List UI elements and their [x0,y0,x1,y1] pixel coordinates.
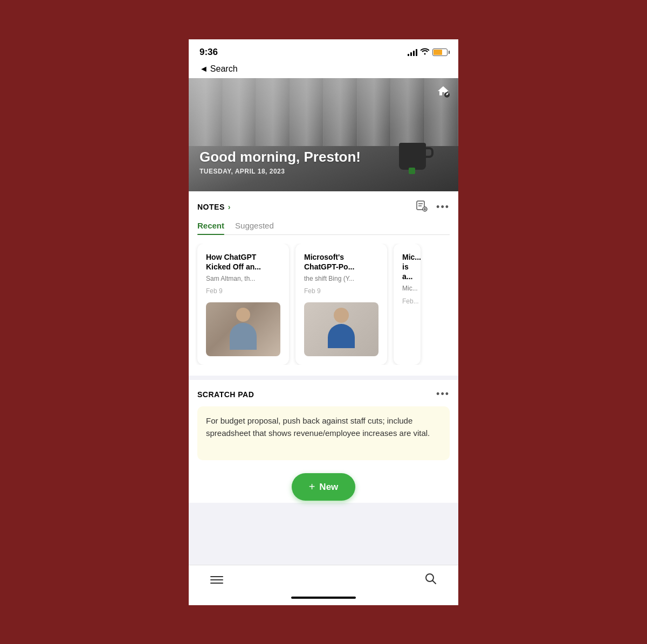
note-title-2: Microsoft's ChatGPT-Po... [304,252,378,272]
notes-title-row[interactable]: NOTES › [197,203,230,211]
new-button-container: + New [189,469,458,503]
notes-tabs: Recent Suggested [197,221,450,235]
new-button[interactable]: + New [292,473,356,501]
note-date-3: Feb... [402,297,412,305]
note-title-1: How ChatGPT Kicked Off an... [206,252,280,272]
scratch-pad-card[interactable]: For budget proposal, push back against s… [197,406,450,460]
note-preview-3: Mic... [402,285,412,293]
note-image-2 [304,302,378,356]
tab-suggested[interactable]: Suggested [235,221,274,234]
notes-arrow-icon: › [228,203,231,211]
scratch-pad-title: SCRATCH PAD [197,390,254,399]
back-chevron-icon: ◄ [199,64,208,74]
notes-actions: ••• [416,200,450,214]
hamburger-menu-icon[interactable] [210,576,223,584]
note-date-2: Feb 9 [304,287,378,295]
status-time: 9:36 [199,47,218,58]
note-preview-1: Sam Altman, th... [206,275,280,283]
new-label: New [319,482,338,493]
home-indicator [189,592,458,605]
scratch-pad-section: SCRATCH PAD ••• For budget proposal, pus… [189,380,458,469]
scratch-pad-text: For budget proposal, push back against s… [206,415,441,439]
notes-title: NOTES [197,203,225,211]
scratch-pad-more-icon[interactable]: ••• [436,389,450,400]
hero-blinds [189,78,458,146]
battery-icon [432,49,448,56]
search-icon[interactable] [424,572,437,588]
notes-section: NOTES › ••• Re [189,191,458,376]
add-note-icon[interactable] [416,200,428,214]
more-options-icon[interactable]: ••• [436,202,450,213]
status-icons [408,47,448,57]
status-bar: 9:36 [189,39,458,63]
wifi-icon [421,47,429,57]
notes-cards-row: How ChatGPT Kicked Off an... Sam Altman,… [195,244,452,365]
note-card-1[interactable]: How ChatGPT Kicked Off an... Sam Altman,… [197,244,289,365]
back-label: Search [210,64,238,74]
signal-icon [408,49,417,56]
new-plus-icon: + [309,481,315,493]
note-card-2[interactable]: Microsoft's ChatGPT-Po... the shift Bing… [295,244,387,365]
back-nav[interactable]: ◄ Search [189,63,458,78]
home-bar [291,597,356,599]
mug-illustration [399,143,437,181]
home-edit-icon[interactable] [437,85,450,101]
hero-section: Good morning, Preston! TUESDAY, APRIL 18… [189,78,458,191]
note-preview-2: the shift Bing (Y... [304,275,378,283]
note-image-1 [206,302,280,356]
scratch-pad-header: SCRATCH PAD ••• [197,389,450,400]
note-date-1: Feb 9 [206,287,280,295]
svg-line-8 [433,580,436,584]
tab-recent[interactable]: Recent [197,221,224,234]
bottom-bar [189,565,458,592]
note-title-3: Mic... is a... [402,252,412,282]
notes-header: NOTES › ••• [197,200,450,214]
note-card-3[interactable]: Mic... is a... Mic... Feb... [394,244,421,365]
